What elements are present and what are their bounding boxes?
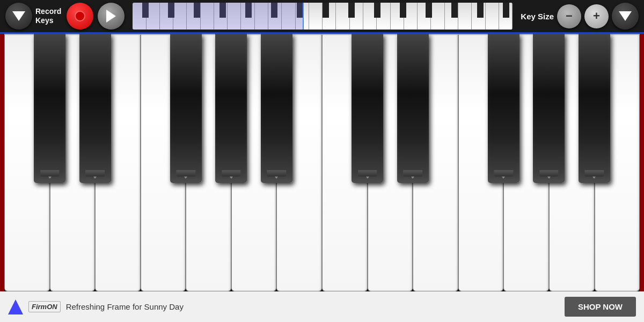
minus-icon: −	[566, 9, 573, 23]
key-size-controls: Key Size − +	[521, 4, 609, 28]
mini-viewport-indicator	[133, 3, 304, 30]
mini-white-key	[377, 3, 390, 30]
dropdown-right-button[interactable]	[612, 3, 639, 30]
mini-white-key	[445, 3, 458, 30]
black-key-ds3[interactable]	[79, 34, 111, 183]
ad-logo: FirmON	[28, 301, 61, 312]
ad-description: Refreshing Frame for Sunny Day	[66, 302, 559, 311]
mini-white-key	[336, 3, 349, 30]
mini-white-key	[418, 3, 431, 30]
mini-white-key	[309, 3, 323, 30]
mini-white-key	[458, 3, 472, 30]
mini-white-key	[350, 3, 363, 30]
mini-white-key	[323, 3, 336, 30]
chevron-down-icon	[619, 11, 632, 21]
black-key-fs3[interactable]	[170, 34, 202, 183]
mini-white-key	[486, 3, 499, 30]
mini-white-key	[499, 3, 513, 30]
ad-logo-text: FirmON	[32, 303, 57, 311]
ad-bar: FirmON Refreshing Frame for Sunny Day SH…	[0, 291, 644, 322]
black-key-cs4[interactable]	[352, 34, 383, 183]
black-key-fs4[interactable]	[488, 34, 519, 183]
play-button[interactable]	[98, 3, 125, 30]
black-key-ds4[interactable]	[397, 34, 429, 183]
mini-white-key	[404, 3, 418, 30]
key-size-increase-button[interactable]: +	[584, 4, 609, 28]
key-size-decrease-button[interactable]: −	[557, 4, 581, 28]
black-key-as4[interactable]	[579, 34, 610, 183]
record-icon	[75, 11, 85, 21]
black-key-as3[interactable]	[261, 34, 292, 183]
black-key-cs3[interactable]	[34, 34, 65, 183]
chevron-down-icon	[12, 11, 25, 21]
black-key-gs4[interactable]	[533, 34, 565, 183]
dropdown-left-button[interactable]	[5, 3, 32, 30]
top-bar: Record Keys	[0, 0, 644, 34]
record-button[interactable]	[67, 3, 93, 30]
mini-keyboard-strip	[133, 3, 513, 30]
mini-white-key	[363, 3, 377, 30]
play-icon	[106, 10, 116, 23]
white-keys-container	[4, 34, 640, 291]
mini-white-key	[431, 3, 444, 30]
record-keys-label: Record Keys	[35, 7, 61, 25]
black-key-gs3[interactable]	[215, 34, 247, 183]
key-size-label: Key Size	[521, 12, 554, 21]
piano-keyboard[interactable]	[4, 34, 640, 291]
mini-white-key	[391, 3, 404, 30]
shop-now-button[interactable]: SHOP NOW	[565, 297, 636, 317]
ad-icon	[8, 299, 23, 314]
piano-area	[0, 34, 644, 291]
mini-white-key	[472, 3, 485, 30]
plus-icon: +	[593, 9, 600, 23]
